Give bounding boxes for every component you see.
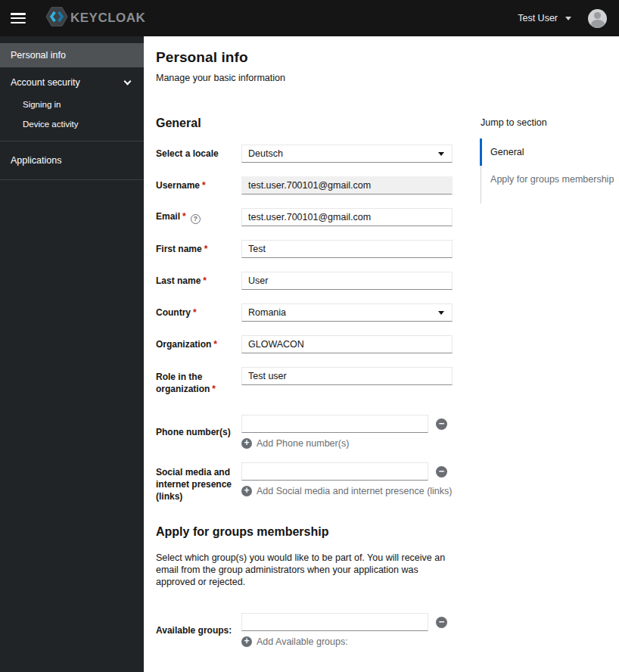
page-subtitle: Manage your basic information [156,73,619,83]
first-name-label: First name* [156,243,241,255]
locale-select-value: Deutsch [248,148,283,159]
field-row-email: Email*? [156,208,468,226]
field-row-organization: Organization* [156,335,468,353]
required-marker: * [213,339,217,350]
brand-logo[interactable]: KEYCLOAK [45,6,145,30]
field-row-first-name: First name* [156,240,468,258]
person-avatar-icon [594,12,601,19]
required-marker: * [193,307,197,318]
available-groups-input[interactable] [241,613,428,631]
general-section-heading: General [156,117,468,130]
jump-link-general[interactable]: General [480,138,619,166]
first-name-input[interactable] [241,240,453,258]
organization-input[interactable] [241,335,453,353]
field-row-social: Social media and internet presence (link… [156,462,468,502]
email-label: Email*? [156,210,241,224]
page-title: Personal info [156,49,619,66]
chevron-down-icon [124,78,132,86]
user-menu[interactable]: Test User [518,13,571,23]
add-group-button[interactable]: + Add Available groups: [241,636,447,647]
jump-nav-title: Jump to section [481,117,619,128]
sidebar-nav: Personal info Account security Signing i… [0,36,144,672]
country-label: Country* [156,306,241,319]
remove-social-icon[interactable]: − [436,466,447,478]
locale-label: Select a locale [156,148,241,160]
country-select[interactable]: Romania [241,303,453,322]
field-row-role: Role in the organization* [156,367,468,395]
social-label: Social media and internet presence (link… [156,462,241,502]
sidebar-item-device-activity[interactable]: Device activity [0,114,144,134]
groups-description: Select which group(s) you would like to … [156,552,454,588]
nav-toggle-hamburger-icon[interactable] [11,13,26,23]
last-name-input[interactable] [241,272,453,290]
required-marker: * [182,211,186,222]
role-input[interactable] [241,367,453,385]
email-input[interactable] [241,208,453,226]
last-name-label: Last name* [156,275,241,287]
plus-icon: + [241,438,252,449]
groups-section-heading: Apply for groups membership [156,525,468,539]
username-input [241,176,453,194]
field-row-country: Country* Romania [156,303,468,322]
field-row-last-name: Last name* [156,272,468,290]
remove-phone-icon[interactable]: − [436,418,447,430]
field-row-phone: Phone number(s) − + Add Phone number(s) [156,415,468,449]
sidebar-item-signing-in[interactable]: Signing in [0,95,144,114]
user-name: Test User [518,13,558,23]
sidebar-item-applications[interactable]: Applications [0,148,144,173]
remove-group-icon[interactable]: − [436,617,447,628]
caret-down-icon [438,152,444,156]
sidebar-divider [0,179,144,180]
user-avatar[interactable] [588,9,607,28]
sidebar-item-personal-info[interactable]: Personal info [0,43,144,67]
main-content: Personal info Manage your basic informat… [144,36,619,672]
phone-label: Phone number(s) [156,426,241,438]
required-marker: * [203,275,207,286]
phone-input[interactable] [241,415,428,433]
personal-info-form: General Select a locale Deutsch Username… [156,117,468,672]
field-row-username: Username* [156,176,468,194]
required-marker: * [202,180,206,191]
organization-label: Organization* [156,338,241,350]
keycloak-hexagon-icon [45,6,68,30]
jump-nav-list: General Apply for groups membership [481,138,619,204]
caret-down-icon [438,311,444,315]
help-icon[interactable]: ? [191,214,201,224]
sidebar-item-account-security[interactable]: Account security [0,70,144,95]
brand-text: KEYCLOAK [70,11,145,26]
required-marker: * [204,244,208,254]
required-marker: * [212,384,216,394]
locale-select[interactable]: Deutsch [241,145,453,163]
field-row-locale: Select a locale Deutsch [156,145,468,163]
sidebar-divider [0,141,144,142]
jump-link-groups[interactable]: Apply for groups membership [481,166,619,193]
field-row-available-groups: Available groups: − + Add Available grou… [156,613,468,647]
jump-to-section-panel: Jump to section General Apply for groups… [481,117,619,672]
plus-icon: + [241,636,252,647]
available-groups-label: Available groups: [156,624,241,636]
username-label: Username* [156,179,241,191]
role-label: Role in the organization* [156,367,241,395]
country-select-value: Romania [248,307,286,318]
add-social-button[interactable]: + Add Social media and internet presence… [241,486,452,496]
masthead: KEYCLOAK Test User [0,0,619,36]
add-phone-button[interactable]: + Add Phone number(s) [241,438,447,449]
social-input[interactable] [241,462,428,481]
plus-icon: + [241,486,252,496]
chevron-down-icon [565,17,571,20]
